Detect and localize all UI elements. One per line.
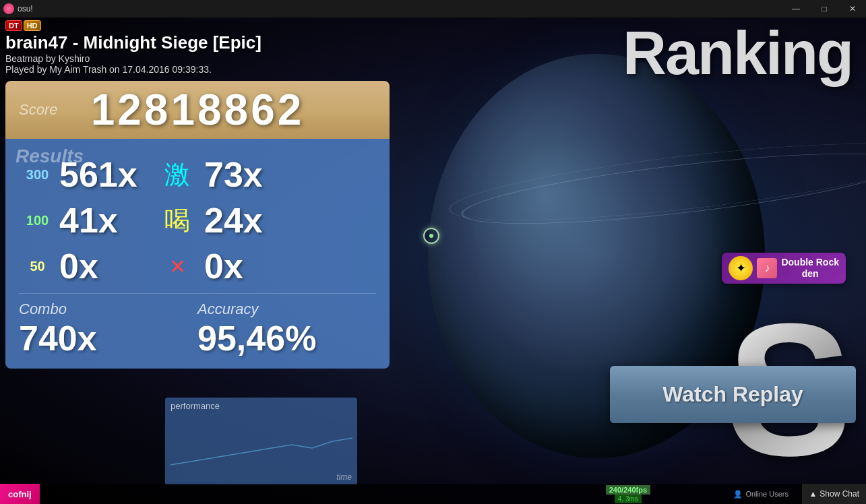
stat-row-100: 100 41x 喝 24x [19, 200, 376, 241]
kanji2-value: 24x [204, 200, 292, 241]
show-chat-button[interactable]: ▲ Show Chat [802, 484, 866, 504]
combo-value: 740x [19, 318, 197, 358]
person-icon: 👤 [733, 490, 743, 499]
fps-display: 240/240fps 4, 3ms [606, 485, 650, 503]
performance-panel: performance time [165, 398, 357, 485]
bottom-bar: cofnij 240/240fps 4, 3ms 👤 Online Users … [0, 484, 866, 504]
online-users[interactable]: 👤 Online Users [733, 490, 788, 499]
song-title: brain47 - Midnight Siege [Epic] [5, 32, 261, 53]
hit100-label: 100 [19, 213, 56, 228]
combo-label: Combo [19, 301, 197, 318]
performance-time-label: time [336, 472, 352, 482]
hit50-label: 50 [19, 259, 56, 274]
window-title: osu! [18, 4, 782, 13]
double-rock-badge[interactable]: ✦ ♪ Double Rock den [722, 253, 846, 284]
mod-dt: DT [5, 20, 22, 31]
score-box: Score 12818862 [5, 81, 390, 139]
double-rock-icon: ✦ [729, 256, 753, 280]
kanji2: 喝 [150, 203, 204, 238]
ranking-title: Ranking [623, 19, 853, 88]
results-label: Results [16, 146, 84, 167]
kanji3-value: 0x [204, 246, 292, 286]
beatmap-by: Beatmap by Kyshiro [5, 53, 261, 64]
results-panel: Results 300 561x 激 73x 100 41x [5, 139, 390, 369]
user-badge[interactable]: cofnij [0, 484, 40, 504]
hit300-label: 300 [19, 167, 56, 183]
score-label: Score [19, 101, 57, 119]
kanji1-value: 73x [204, 154, 292, 195]
combo-accuracy-row: Combo 740x Accuracy 95,46% [19, 293, 376, 358]
performance-graph [171, 411, 352, 475]
svg-rect-0 [171, 411, 352, 475]
accuracy-section: Accuracy 95,46% [197, 301, 376, 358]
maximize-button[interactable]: □ [811, 0, 838, 18]
ping-value: 4, 3ms [615, 495, 642, 503]
accuracy-label: Accuracy [197, 301, 376, 318]
cursor-center [429, 234, 433, 238]
hit50-value: 0x [56, 246, 150, 286]
titlebar: osu! — □ ✕ [0, 0, 866, 18]
song-info: DT HD brain47 - Midnight Siege [Epic] Be… [5, 19, 261, 75]
online-users-label: Online Users [745, 490, 788, 498]
double-rock-label: Double Rock den [781, 257, 839, 280]
watch-replay-button[interactable]: Watch Replay [610, 366, 856, 423]
hit100-value: 41x [56, 200, 150, 241]
score-value: 12818862 [91, 85, 305, 135]
show-chat-label: Show Chat [819, 489, 859, 499]
stat-row-50: 50 0x ✕ 0x [19, 246, 376, 286]
combo-section: Combo 740x [19, 301, 197, 358]
fps-value: 240/240fps [606, 485, 650, 495]
score-panel: Score 12818862 Results 300 561x 激 73x 10… [5, 81, 390, 369]
window-controls: — □ ✕ [782, 0, 866, 18]
mod-hd: HD [24, 20, 41, 31]
minimize-button[interactable]: — [782, 0, 809, 18]
played-by: Played by My Aim Trash on 17.04.2016 09:… [5, 64, 261, 75]
close-button[interactable]: ✕ [839, 0, 866, 18]
app-icon [3, 3, 14, 14]
cursor-visual [423, 228, 439, 244]
kanji1: 激 [150, 158, 204, 192]
accuracy-value: 95,46% [197, 318, 376, 358]
double-rock-music-icon: ♪ [757, 258, 777, 278]
performance-label: performance [171, 401, 352, 411]
mod-badges: DT HD [5, 20, 41, 31]
chevron-up-icon: ▲ [809, 489, 817, 499]
kanji3: ✕ [150, 255, 204, 278]
